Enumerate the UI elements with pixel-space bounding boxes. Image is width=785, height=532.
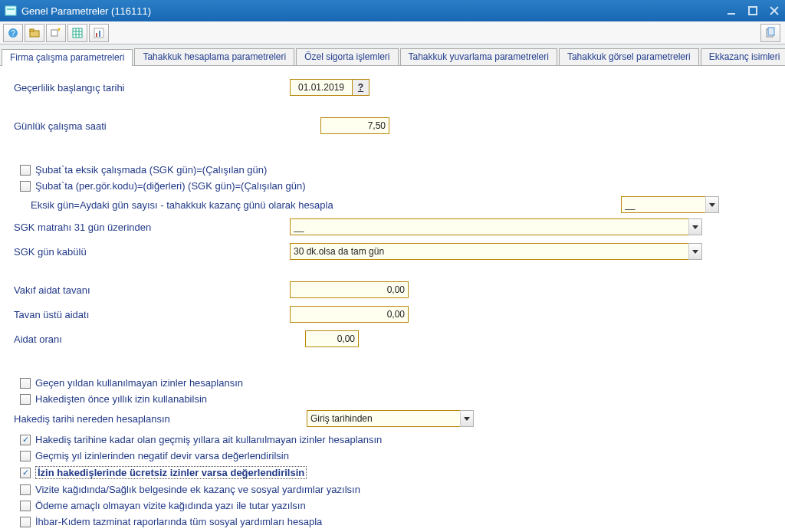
tab-tahakkuk-yuvarlama[interactable]: Tahakkuk yuvarlama parametreleri (400, 48, 557, 65)
grid-icon[interactable] (67, 24, 87, 42)
tab-label: Tahakkuk yuvarlama parametreleri (409, 51, 549, 62)
copy-icon[interactable] (760, 24, 780, 42)
tab-ozel-sigorta[interactable]: Özel sigorta işlemleri (296, 48, 398, 65)
hakedisten-once-checkbox[interactable] (20, 394, 31, 405)
help-icon[interactable]: ? (3, 24, 23, 42)
window-controls (725, 5, 780, 17)
daily-hours-input[interactable] (320, 117, 389, 134)
hakedis-tarihine-kadar-label: Hakediş tarihine kadar olan geçmiş yılla… (35, 434, 382, 445)
sgk-matrah-label: SGK matrahı 31 gün üzerinden (14, 222, 290, 233)
eksik-gun-input[interactable] (621, 196, 705, 213)
folder-icon[interactable] (25, 24, 44, 42)
izin-hakedis-ucretsiz-checkbox[interactable] (20, 468, 31, 478)
dropdown-arrow-icon (688, 218, 702, 235)
aidat-oran-input[interactable] (305, 330, 359, 347)
sgk-gun-dropdown[interactable] (290, 243, 702, 260)
eksik-gun-label: Eksik gün=Aydaki gün sayısı - tahakkuk k… (31, 199, 621, 211)
minimize-button[interactable] (725, 5, 737, 17)
vakif-aidat-input[interactable] (290, 281, 409, 298)
dropdown-arrow-icon (705, 196, 719, 213)
ihbar-kidem-checkbox[interactable] (20, 517, 31, 527)
vizite-kagidi-checkbox[interactable] (20, 484, 31, 495)
svg-text:?: ? (11, 29, 15, 38)
vakif-aidat-label: Vakıf aidat tavanı (14, 284, 290, 296)
maximize-button[interactable] (747, 5, 759, 17)
tab-tahakkuk-hesaplama[interactable]: Tahakkuk hesaplama parametreleri (134, 48, 294, 65)
eksik-gun-dropdown[interactable] (621, 196, 719, 213)
hakedisten-once-label: Hakedişten önce yıllık izin kullanabilsi… (35, 393, 207, 405)
dropdown-arrow-icon (460, 410, 474, 427)
hakedis-tarihi-label: Hakediş tarihi nereden hesaplansın (6, 413, 307, 425)
svg-rect-18 (99, 31, 100, 37)
odeme-amacli-label: Ödeme amaçlı olmayan vizite kağıdında ya… (35, 500, 306, 511)
feb-sgk-checkbox[interactable] (20, 165, 31, 176)
gecen-yil-izin-checkbox[interactable] (20, 378, 31, 389)
aidat-oran-label: Aidat oranı (14, 333, 305, 345)
question-icon: ? (358, 82, 363, 93)
svg-rect-9 (30, 29, 34, 31)
window-title: Genel Parametreler (116111) (21, 5, 725, 17)
tab-label: Firma çalışma parametreleri (10, 52, 124, 63)
gecmis-yil-negatif-checkbox[interactable] (20, 451, 31, 461)
validity-date-label: Geçerlilik başlangıç tarihi (14, 82, 290, 94)
svg-rect-0 (5, 6, 16, 15)
ihbar-kidem-label: İhbar-Kıdem tazminat raporlarında tüm so… (35, 516, 322, 527)
app-icon (5, 5, 17, 17)
tavan-ustu-label: Tavan üstü aidatı (14, 309, 290, 320)
feb-per-label: Şubat`ta (per.gör.kodu)=(diğerleri) (SGK… (35, 180, 306, 192)
toolbar: ? (0, 21, 785, 44)
feb-per-checkbox[interactable] (20, 181, 31, 192)
svg-rect-17 (96, 33, 97, 37)
sgk-gun-label: SGK gün kabülü (14, 246, 290, 258)
hakedis-tarihine-kadar-checkbox[interactable] (20, 435, 31, 445)
tab-label: Tahakkuk görsel parametreleri (567, 51, 691, 62)
tab-label: Ekkazanç isimleri (709, 51, 780, 62)
svg-rect-3 (749, 7, 757, 15)
gecmis-yil-negatif-label: Geçmiş yıl izinlerinden negatif devir va… (35, 450, 289, 461)
validity-date-input-wrap: ? (290, 79, 370, 96)
close-button[interactable] (768, 5, 780, 17)
svg-rect-11 (73, 28, 82, 38)
tab-firma-calisma[interactable]: Firma çalışma parametreleri (2, 49, 133, 66)
tab-label: Özel sigorta işlemleri (304, 51, 389, 62)
sgk-matrah-input[interactable] (290, 218, 688, 235)
date-pick-button[interactable]: ? (352, 80, 369, 95)
odeme-amacli-checkbox[interactable] (20, 501, 31, 511)
tavan-ustu-input[interactable] (290, 306, 409, 323)
tabstrip: Firma çalışma parametreleri Tahakkuk hes… (0, 44, 785, 66)
svg-rect-1 (7, 8, 15, 10)
hakedis-tarihi-dropdown[interactable] (307, 410, 474, 427)
sgk-matrah-dropdown[interactable] (290, 218, 702, 235)
daily-hours-label: Günlük çalışma saati (14, 120, 320, 132)
hakedis-tarihi-input[interactable] (307, 410, 460, 427)
feb-sgk-label: Şubat`ta eksik çalışmada (SGK gün)=(Çalı… (35, 164, 267, 176)
vizite-kagidi-label: Vizite kağıdında/Sağlık belgesinde ek ka… (35, 484, 360, 495)
tab-label: Tahakkuk hesaplama parametreleri (143, 51, 286, 62)
sgk-gun-input[interactable] (290, 243, 688, 260)
dropdown-arrow-icon (688, 243, 702, 260)
titlebar: Genel Parametreler (116111) (0, 0, 785, 21)
svg-rect-20 (768, 28, 774, 35)
search-spark-icon[interactable] (46, 24, 66, 42)
svg-rect-10 (51, 30, 57, 36)
validity-date-input[interactable] (291, 80, 352, 95)
tab-ekkazanc-isimleri[interactable]: Ekkazanç isimleri (701, 48, 785, 65)
gecen-yil-izin-label: Geçen yıldan kullanılmayan izinler hesap… (35, 377, 243, 389)
izin-hakedis-ucretsiz-label: İzin hakedişlerinde ücretsiz izinler var… (35, 466, 307, 479)
chart-icon[interactable] (89, 24, 109, 42)
tab-tahakkuk-gorsel[interactable]: Tahakkuk görsel parametreleri (559, 48, 699, 65)
tab-content: Geçerlilik başlangıç tarihi ? Günlük çal… (0, 66, 785, 527)
